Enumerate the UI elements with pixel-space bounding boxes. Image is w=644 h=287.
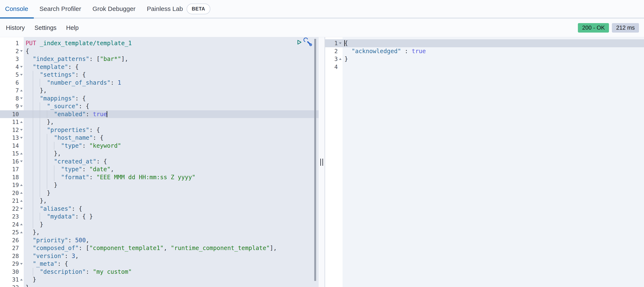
fold-toggle-icon[interactable] (19, 129, 24, 131)
request-settings-button[interactable] (304, 38, 313, 48)
code-text[interactable]: } (342, 55, 644, 63)
code-line[interactable]: 9"_source": { (0, 102, 319, 110)
code-text[interactable]: "number_of_shards": 1 (24, 79, 319, 87)
code-line[interactable]: 2"acknowledged" : true (325, 47, 644, 55)
fold-toggle-icon[interactable] (19, 121, 24, 123)
code-text[interactable]: "priority": 500, (24, 236, 319, 244)
code-text[interactable]: "aliases": { (24, 205, 319, 213)
code-line[interactable]: 14"type": "keyword" (0, 142, 319, 150)
tab-grok-debugger[interactable]: Grok Debugger (87, 0, 141, 18)
menu-history[interactable]: History (6, 24, 25, 31)
code-text[interactable]: "host_name": { (24, 134, 319, 142)
code-line[interactable]: 2{ (0, 47, 319, 55)
code-text[interactable]: "type": "keyword" (24, 142, 319, 150)
code-text[interactable]: "_source": { (24, 102, 319, 110)
tab-console[interactable]: Console (0, 0, 34, 18)
fold-toggle-icon[interactable] (19, 74, 24, 76)
code-line[interactable]: 16"created_at": { (0, 158, 319, 166)
fold-toggle-icon[interactable] (19, 90, 24, 91)
fold-toggle-icon[interactable] (19, 223, 24, 225)
response-viewer[interactable]: 1{2"acknowledged" : true3}4 (325, 37, 644, 287)
code-text[interactable]: "description": "my custom" (24, 268, 319, 276)
fold-toggle-icon[interactable] (19, 231, 24, 233)
code-text[interactable]: "properties": { (24, 126, 319, 134)
code-text[interactable]: } (24, 189, 319, 197)
code-text[interactable]: }, (24, 197, 319, 205)
tab-search-profiler[interactable]: Search Profiler (34, 0, 87, 18)
code-line[interactable]: 32} (0, 284, 319, 287)
code-line[interactable]: 1{ (325, 39, 644, 47)
code-line[interactable]: 22"aliases": { (0, 205, 319, 213)
fold-toggle-icon[interactable] (19, 279, 24, 280)
code-line[interactable]: 24} (0, 221, 319, 229)
code-text[interactable]: } (24, 276, 319, 284)
fold-toggle-icon[interactable] (338, 43, 342, 44)
code-line[interactable]: 18"format": "EEE MMM dd HH:mm:ss Z yyyy" (0, 173, 319, 181)
code-text[interactable]: }, (24, 150, 319, 158)
code-line[interactable]: 1PUT _index_template/template_1 (0, 39, 319, 47)
code-line[interactable]: 3"index_patterns": ["bar*"], (0, 55, 319, 63)
code-text[interactable]: "template": { (24, 63, 319, 71)
code-text[interactable]: "_meta": { (24, 260, 319, 268)
code-line[interactable]: 8"mappings": { (0, 95, 319, 103)
code-line[interactable]: 19} (0, 181, 319, 189)
code-text[interactable]: "format": "EEE MMM dd HH:mm:ss Z yyyy" (24, 173, 319, 181)
code-text[interactable]: "created_at": { (24, 158, 319, 166)
fold-toggle-icon[interactable] (19, 263, 24, 265)
code-line[interactable]: 11}, (0, 118, 319, 126)
fold-toggle-icon[interactable] (19, 200, 24, 202)
fold-toggle-icon[interactable] (19, 106, 24, 107)
menu-settings[interactable]: Settings (34, 24, 56, 31)
code-line[interactable]: 3} (325, 55, 644, 63)
code-line[interactable]: 4 (325, 63, 644, 71)
code-text[interactable]: "settings": { (24, 71, 319, 79)
code-text[interactable]: "mydata": { } (24, 213, 319, 221)
fold-toggle-icon[interactable] (19, 50, 24, 52)
code-line[interactable]: 31} (0, 276, 319, 284)
code-line[interactable]: 12"properties": { (0, 126, 319, 134)
fold-toggle-icon[interactable] (19, 208, 24, 209)
code-line[interactable]: 26"priority": 500, (0, 236, 319, 244)
code-line[interactable]: 29"_meta": { (0, 260, 319, 268)
panel-resizer[interactable] (319, 37, 325, 287)
code-text[interactable]: }, (24, 87, 319, 95)
code-text[interactable]: "composed_of": ["component_template1", "… (24, 244, 319, 252)
code-line[interactable]: 15}, (0, 150, 319, 158)
code-text[interactable]: { (24, 47, 319, 55)
menu-help[interactable]: Help (66, 24, 79, 31)
code-text[interactable]: "index_patterns": ["bar*"], (24, 55, 319, 63)
fold-toggle-icon[interactable] (19, 98, 24, 99)
code-line[interactable]: 27"composed_of": ["component_template1",… (0, 244, 319, 252)
code-text[interactable]: { (342, 39, 644, 47)
fold-toggle-icon[interactable] (338, 58, 342, 60)
tab-painless-lab[interactable]: Painless LabBETA (141, 0, 216, 18)
code-line[interactable]: 30"description": "my custom" (0, 268, 319, 276)
code-line[interactable]: 20} (0, 189, 319, 197)
fold-toggle-icon[interactable] (19, 153, 24, 154)
send-request-button[interactable] (296, 39, 302, 46)
code-text[interactable]: PUT _index_template/template_1 (24, 39, 319, 47)
fold-toggle-icon[interactable] (19, 184, 24, 186)
code-text[interactable] (342, 63, 644, 71)
code-text[interactable]: "type": "date", (24, 165, 319, 173)
code-line[interactable]: 25}, (0, 228, 319, 236)
code-line[interactable]: 6"number_of_shards": 1 (0, 79, 319, 87)
code-text[interactable]: "version": 3, (24, 252, 319, 260)
code-line[interactable]: 23"mydata": { } (0, 213, 319, 221)
code-text[interactable]: "enabled": true (24, 110, 319, 118)
code-line[interactable]: 10"enabled": true (0, 110, 319, 118)
code-text[interactable]: "acknowledged" : true (342, 47, 644, 55)
code-text[interactable]: } (24, 221, 319, 229)
code-line[interactable]: 21}, (0, 197, 319, 205)
fold-toggle-icon[interactable] (19, 161, 24, 162)
code-line[interactable]: 4"template": { (0, 63, 319, 71)
code-line[interactable]: 13"host_name": { (0, 134, 319, 142)
response-code-background[interactable] (342, 37, 644, 287)
code-text[interactable]: }, (24, 118, 319, 126)
code-text[interactable]: } (24, 284, 319, 287)
code-line[interactable]: 5"settings": { (0, 71, 319, 79)
code-line[interactable]: 17"type": "date", (0, 165, 319, 173)
code-line[interactable]: 28"version": 3, (0, 252, 319, 260)
code-text[interactable]: }, (24, 228, 319, 236)
request-editor-scrollbar[interactable] (314, 39, 316, 281)
